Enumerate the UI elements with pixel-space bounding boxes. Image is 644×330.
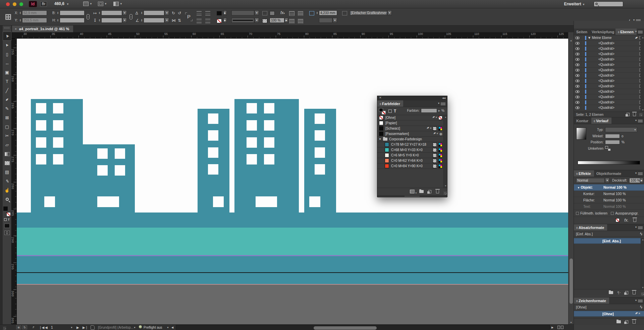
quick-apply-icon[interactable]: ϟ	[640, 231, 642, 236]
document-canvas[interactable]: ✕ ◂◂ Farbfelder T Farbton: ▶ % [Ohne][Pa…	[17, 39, 568, 324]
select-previous-icon[interactable]	[197, 19, 202, 23]
swatches-panel-header[interactable]: ✕ ◂◂	[377, 96, 447, 100]
pencil-tool[interactable]: ✎	[3, 104, 11, 113]
flip-horizontal-icon[interactable]: ⋈	[172, 18, 176, 23]
blend-mode-arrow[interactable]: ▼	[605, 178, 609, 183]
zoom-tool[interactable]	[3, 195, 11, 204]
close-window-button[interactable]	[6, 2, 10, 6]
effect-row[interactable]: Objekt:Normal 100 %	[574, 184, 644, 191]
eyedropper-tool[interactable]: ✐	[3, 177, 11, 186]
lock-cell[interactable]	[581, 67, 584, 73]
resize-grip[interactable]	[444, 192, 447, 195]
eye-icon[interactable]	[575, 58, 580, 61]
search-input[interactable]	[594, 1, 623, 7]
delete-swatch-icon[interactable]	[436, 190, 439, 193]
eye-icon[interactable]	[575, 47, 580, 50]
effect-row[interactable]: Fläche:Normal 100 %	[574, 197, 644, 203]
knockout-group-checkbox[interactable]: Aussparungsgr.	[611, 211, 639, 215]
stroke-style-field[interactable]	[231, 18, 254, 23]
bridge-button[interactable]: Br	[40, 1, 47, 7]
rotation-stepper[interactable]: ▲▼	[140, 10, 143, 15]
note-tool[interactable]: ▤	[3, 168, 11, 177]
tab-absatzformate[interactable]: Absatzformate	[574, 224, 607, 231]
document-tab[interactable]: ×a4_portrait_1s.indd @ 461 %	[12, 26, 73, 32]
arrange-documents-button[interactable]: ▼	[113, 1, 125, 7]
tab-verknuepfung[interactable]: Verknüpfung	[590, 29, 615, 35]
corner-shape-field[interactable]	[319, 18, 332, 23]
preview-toggle-icon[interactable]: ⊞	[16, 325, 21, 329]
visibility-cell[interactable]	[574, 73, 581, 78]
shear-dropdown[interactable]: ▼	[165, 18, 169, 23]
lock-cell[interactable]	[581, 62, 584, 67]
swatch-row[interactable]: [Passermarken]⊕	[377, 131, 447, 137]
height-stepper[interactable]: ▲▼	[56, 18, 59, 23]
previous-page-icon[interactable]: ◀	[45, 325, 48, 330]
panel-menu-icon[interactable]	[638, 226, 643, 230]
scroll-down-icon[interactable]: ▼	[570, 321, 572, 324]
object-style-field[interactable]: [Einfacher Grafikrahmen]+	[350, 10, 387, 15]
rotation-dropdown[interactable]: ▼	[165, 10, 169, 15]
select-next-icon[interactable]	[205, 19, 210, 23]
align-bottom-icon[interactable]	[298, 19, 303, 23]
height-field[interactable]	[60, 18, 85, 23]
tab-kontur[interactable]: Kontur	[574, 117, 591, 124]
style-group-icon[interactable]	[609, 291, 613, 294]
tab-ebenen[interactable]: Ebenen	[615, 29, 637, 35]
width-field[interactable]	[60, 10, 85, 15]
visibility-cell[interactable]	[574, 41, 581, 46]
line-tool[interactable]: ╱	[3, 86, 11, 95]
x-field[interactable]: 52,9 mm	[22, 10, 47, 15]
vertical-scroll-thumb[interactable]	[570, 258, 573, 304]
rotate-cw-icon[interactable]: ↻	[172, 10, 175, 16]
drop-shadow-icon[interactable]	[262, 11, 267, 15]
resize-grip[interactable]	[641, 292, 644, 295]
first-page-icon[interactable]: ❘◀	[39, 325, 44, 330]
layer-object-row[interactable]: <Quadrat>	[574, 51, 644, 57]
swatch-row[interactable]: C=0 M=84 Y=90 K=0	[377, 163, 447, 169]
page-dropdown-icon[interactable]: ▼	[70, 325, 73, 330]
align-left-icon[interactable]	[289, 11, 294, 16]
vertical-scrollbar[interactable]: ▲ ▼	[568, 39, 574, 324]
new-style-icon[interactable]	[625, 320, 628, 324]
visibility-cell[interactable]	[574, 94, 581, 99]
swatch-row[interactable]: C=78 M=12 Y=27 K=18	[377, 142, 447, 147]
horizontal-ruler[interactable]: 3035404550556065707580859095100105110115…	[11, 32, 568, 39]
visibility-cell[interactable]	[574, 57, 581, 62]
visibility-cell[interactable]	[574, 62, 581, 67]
eye-icon[interactable]	[575, 63, 580, 66]
eye-icon[interactable]	[575, 85, 580, 88]
toolbar-grip[interactable]	[4, 27, 10, 29]
type-tool[interactable]: T	[3, 77, 11, 86]
layer-row[interactable]: ▼ Meine Ebene✒	[574, 35, 644, 41]
rotation-field[interactable]	[144, 10, 164, 15]
panel-menu-icon[interactable]	[638, 31, 643, 35]
stroke-weight-field[interactable]	[231, 10, 254, 15]
visibility-cell[interactable]	[574, 89, 581, 94]
panel-drag-handle[interactable]	[377, 195, 447, 197]
selection-tool[interactable]: ➤	[3, 32, 11, 41]
new-style-icon[interactable]	[625, 291, 628, 294]
share-icon[interactable]: ↱	[31, 325, 36, 329]
scale-x-stepper[interactable]: ▲▼	[98, 10, 101, 15]
page-number-field[interactable]: 1	[51, 325, 53, 330]
gradient-feather-tool[interactable]	[3, 158, 11, 168]
tint-dropdown-icon[interactable]: ▶	[438, 109, 440, 112]
frame-tool[interactable]: ⊠	[3, 113, 11, 122]
text-icon[interactable]: T	[394, 109, 396, 113]
lock-cell[interactable]	[581, 84, 584, 89]
opacity-dropdown[interactable]: ▶	[285, 18, 288, 23]
rectangle-tool[interactable]: ▢	[3, 122, 11, 131]
scale-x-dropdown[interactable]: ▼	[122, 10, 127, 15]
scale-y-stepper[interactable]: ▲▼	[98, 18, 101, 23]
swatches-scrollbar[interactable]: ▲▼	[443, 115, 447, 188]
spread-view-button[interactable]	[557, 326, 564, 329]
panel-menu-icon[interactable]	[441, 102, 445, 106]
fill-color-dropdown[interactable]: ▶	[223, 10, 227, 15]
folder-caret-icon[interactable]: ▼	[379, 138, 381, 141]
flip-vertical-icon[interactable]: ⇅	[178, 18, 181, 23]
lock-cell[interactable]	[581, 46, 584, 51]
swatch-row[interactable]: C=68 M=0 Y=33 K=0	[377, 147, 447, 153]
zoom-level-dropdown[interactable]: 460,6▼	[54, 1, 69, 7]
reverse-gradient-icon[interactable]	[605, 146, 610, 151]
corner-options-icon[interactable]	[309, 11, 314, 15]
